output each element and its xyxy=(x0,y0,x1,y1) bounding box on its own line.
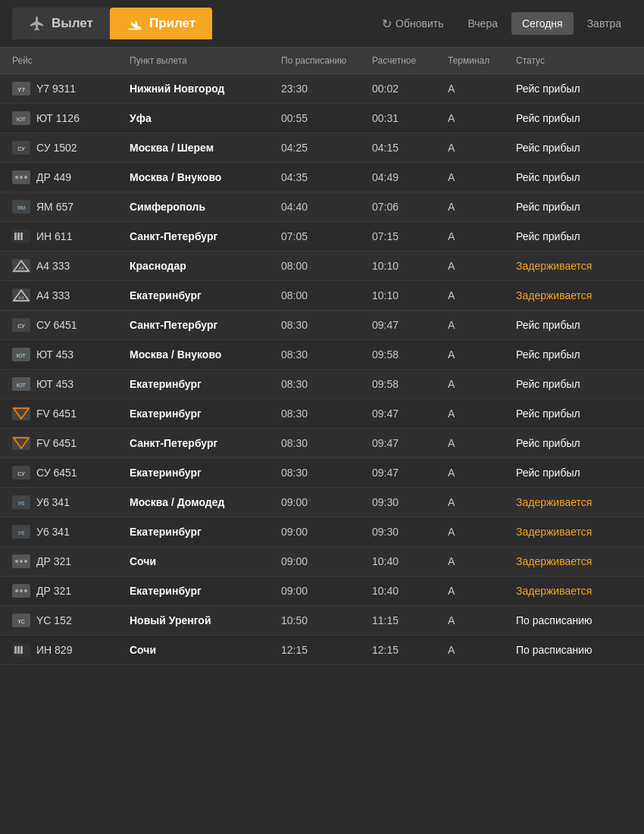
table-row[interactable]: ИН 829 Сочи 12:15 12:15 A По расписанию xyxy=(0,636,644,665)
flight-estimated: 09:30 xyxy=(372,496,448,508)
table-row[interactable]: ИН 611 Санкт-Петербург 07:05 07:15 A Рей… xyxy=(0,222,644,251)
svg-rect-49 xyxy=(14,646,17,654)
flight-terminal: A xyxy=(448,348,516,361)
flight-scheduled: 08:30 xyxy=(281,408,372,420)
svg-point-41 xyxy=(24,560,27,563)
svg-text:ЯМ: ЯМ xyxy=(17,205,26,211)
airline-icon: ЯМ xyxy=(12,200,30,214)
tomorrow-button[interactable]: Завтра xyxy=(577,12,632,35)
flight-scheduled: 08:30 xyxy=(281,437,372,449)
flight-scheduled: 08:30 xyxy=(281,378,372,390)
flight-number: СУ СУ 6451 xyxy=(12,318,130,332)
flight-scheduled: 09:00 xyxy=(281,555,372,567)
table-row[interactable]: ЮТ ЮТ 453 Екатеринбург 08:30 09:58 A Рей… xyxy=(0,370,644,399)
flight-terminal: A xyxy=(448,555,516,567)
flight-scheduled: 07:05 xyxy=(281,230,372,242)
flight-number: У6 У6 341 xyxy=(12,525,130,539)
flight-status: По расписанию xyxy=(516,614,632,626)
flight-estimated: 04:49 xyxy=(372,171,448,183)
table-row[interactable]: A4 А4 333 Екатеринбург 08:00 10:10 A Зад… xyxy=(0,281,644,311)
svg-text:ЮТ: ЮТ xyxy=(17,352,27,359)
flight-estimated: 10:10 xyxy=(372,289,448,301)
today-button[interactable]: Сегодня xyxy=(511,12,574,35)
flight-scheduled: 23:30 xyxy=(281,83,372,95)
svg-text:ЮТ: ЮТ xyxy=(17,116,27,123)
airline-icon xyxy=(12,584,30,598)
flight-status: Рейс прибыл xyxy=(516,437,632,449)
flight-estimated: 09:47 xyxy=(372,408,448,420)
table-row[interactable]: FV 6451 Екатеринбург 08:30 09:47 A Рейс … xyxy=(0,399,644,429)
flight-status: Задерживается xyxy=(516,555,632,567)
svg-text:У6: У6 xyxy=(18,530,24,536)
table-row[interactable]: ДР 321 Екатеринбург 09:00 10:40 A Задерж… xyxy=(0,576,644,606)
svg-point-7 xyxy=(15,176,18,179)
flight-origin: Екатеринбург xyxy=(130,585,281,597)
table-row[interactable]: ДР 321 Сочи 09:00 10:40 A Задерживается xyxy=(0,547,644,576)
col-status: Статус xyxy=(516,55,632,66)
table-row[interactable]: У6 У6 341 Екатеринбург 09:00 09:30 A Зад… xyxy=(0,517,644,547)
svg-text:СУ: СУ xyxy=(17,323,25,329)
refresh-button[interactable]: ↻ Обновить xyxy=(371,11,454,36)
table-row[interactable]: FV 6451 Санкт-Петербург 08:30 09:47 A Ре… xyxy=(0,429,644,458)
col-origin: Пункт вылета xyxy=(130,55,281,66)
svg-rect-13 xyxy=(14,233,17,240)
flight-scheduled: 00:55 xyxy=(281,112,372,124)
airline-icon xyxy=(12,436,30,450)
flight-origin: Санкт-Петербург xyxy=(130,437,281,449)
flight-status: Рейс прибыл xyxy=(516,171,632,183)
flight-table: Y7 Y7 9311 Нижний Новгород 23:30 00:02 A… xyxy=(0,74,644,665)
table-row[interactable]: СУ СУ 1502 Москва / Шерем 04:25 04:15 A … xyxy=(0,133,644,163)
table-row[interactable]: ЮТ ЮТ 453 Москва / Внуково 08:30 09:58 A… xyxy=(0,340,644,370)
flight-estimated: 09:58 xyxy=(372,348,448,361)
svg-text:У6: У6 xyxy=(18,501,24,506)
flight-status: Задерживается xyxy=(516,496,632,508)
flight-scheduled: 08:00 xyxy=(281,260,372,272)
table-row[interactable]: YC YC 152 Новый Уренгой 10:50 11:15 A По… xyxy=(0,606,644,636)
flight-estimated: 07:15 xyxy=(372,230,448,242)
yesterday-button[interactable]: Вчера xyxy=(457,12,508,35)
flight-origin: Москва / Домодед xyxy=(130,496,281,508)
flight-status: Рейс прибыл xyxy=(516,408,632,420)
table-row[interactable]: СУ СУ 6451 Санкт-Петербург 08:30 09:47 A… xyxy=(0,311,644,340)
airline-icon: У6 xyxy=(12,495,30,509)
svg-point-39 xyxy=(15,560,18,563)
flight-status: Задерживается xyxy=(516,260,632,272)
flight-status: Рейс прибыл xyxy=(516,467,632,479)
tab-departure-label: Вылет xyxy=(52,16,93,31)
flight-terminal: A xyxy=(448,112,516,124)
tab-arrival-label: Прилет xyxy=(149,16,195,31)
table-row[interactable]: ДР 449 Москва / Внуково 04:35 04:49 A Ре… xyxy=(0,163,644,192)
flight-number: Y7 Y7 9311 xyxy=(12,82,130,95)
table-row[interactable]: ЮТ ЮТ 1126 Уфа 00:55 00:31 A Рейс прибыл xyxy=(0,104,644,133)
table-row[interactable]: A4 А4 333 Краснодар 08:00 10:10 A Задерж… xyxy=(0,251,644,281)
header: Вылет Прилет ↻ Обновить Вчера Сегодня За… xyxy=(0,0,644,47)
flight-terminal: A xyxy=(448,585,516,597)
flight-scheduled: 04:25 xyxy=(281,142,372,154)
flight-origin: Екатеринбург xyxy=(130,289,281,301)
flight-scheduled: 08:30 xyxy=(281,319,372,331)
flight-number: ДР 321 xyxy=(12,584,130,598)
table-row[interactable]: У6 У6 341 Москва / Домодед 09:00 09:30 A… xyxy=(0,488,644,517)
flight-scheduled: 04:40 xyxy=(281,201,372,213)
flight-number: FV 6451 xyxy=(12,407,130,420)
flight-estimated: 09:47 xyxy=(372,467,448,479)
table-row[interactable]: ЯМ ЯМ 657 Симферополь 04:40 07:06 A Рейс… xyxy=(0,192,644,222)
flight-terminal: A xyxy=(448,230,516,242)
svg-point-44 xyxy=(20,589,23,592)
flight-terminal: A xyxy=(448,644,516,656)
flight-number: ИН 829 xyxy=(12,643,130,657)
flight-scheduled: 12:15 xyxy=(281,644,372,656)
flight-estimated: 09:30 xyxy=(372,526,448,538)
table-row[interactable]: СУ СУ 6451 Екатеринбург 08:30 09:47 A Ре… xyxy=(0,458,644,488)
table-row[interactable]: Y7 Y7 9311 Нижний Новгород 23:30 00:02 A… xyxy=(0,74,644,104)
flight-estimated: 10:10 xyxy=(372,260,448,272)
flight-origin: Екатеринбург xyxy=(130,378,281,390)
tab-departure[interactable]: Вылет xyxy=(12,8,110,39)
header-actions: ↻ Обновить Вчера Сегодня Завтра xyxy=(371,11,632,36)
col-flight: Рейс xyxy=(12,55,130,66)
tab-arrival[interactable]: Прилет xyxy=(110,8,212,39)
flight-terminal: A xyxy=(448,171,516,183)
flight-scheduled: 09:00 xyxy=(281,526,372,538)
flight-origin: Сочи xyxy=(130,644,281,656)
svg-rect-50 xyxy=(17,646,20,654)
